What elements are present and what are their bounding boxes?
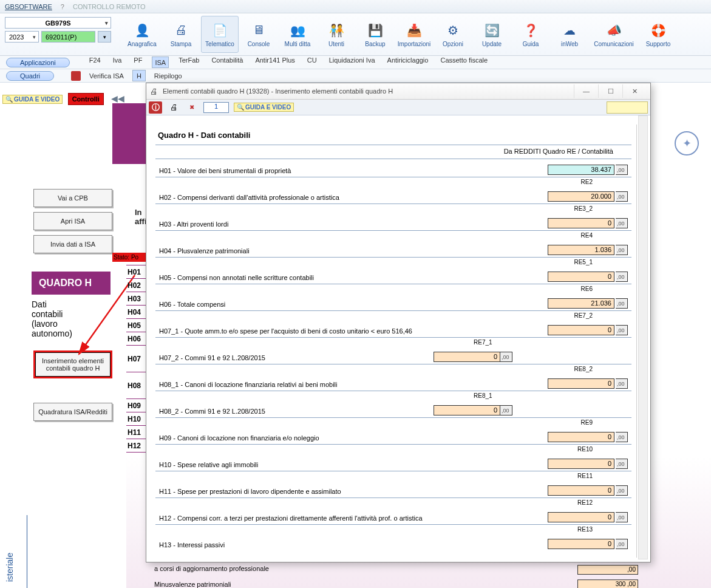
row-ref: RE2 bbox=[581, 179, 593, 185]
ribbon-telematico[interactable]: 📄Telematico bbox=[201, 16, 239, 53]
page-number-input[interactable]: 1 bbox=[203, 102, 229, 113]
ribbon-stampa[interactable]: 🖨Stampa bbox=[162, 16, 200, 53]
row-H13: H13 - Interessi passiviRE130,00 bbox=[155, 524, 631, 551]
ribbon-guida[interactable]: ❓Guida bbox=[512, 16, 549, 53]
help-menu[interactable]: ? bbox=[61, 3, 64, 10]
app-tab-antir141-plus[interactable]: Antir141 Plus bbox=[253, 56, 297, 68]
quadri-pill[interactable]: Quadri bbox=[6, 71, 54, 81]
ribbon-comunicazioni[interactable]: 📣Comunicazioni bbox=[590, 16, 638, 53]
row-subvalue[interactable]: 0 bbox=[434, 352, 500, 362]
row-decimals: ,00 bbox=[616, 459, 628, 469]
delete-button[interactable]: ✖ bbox=[185, 101, 199, 114]
row-ref: RE10 bbox=[577, 446, 593, 453]
app-tab-pf[interactable]: PF bbox=[131, 56, 145, 68]
row-label: H11 - Spese per prestazioni di lavoro di… bbox=[159, 488, 341, 495]
row-decimals: ,00 bbox=[616, 325, 628, 335]
minimize-button[interactable]: — bbox=[574, 84, 598, 98]
company-selector[interactable]: GB979S▾ bbox=[5, 17, 111, 29]
row-H11: H11 - Spese per prestazioni di lavoro di… bbox=[155, 471, 631, 497]
row-decimals: ,00 bbox=[616, 165, 628, 175]
app-tab-cu[interactable]: CU bbox=[305, 56, 319, 68]
state-indicator: Stato: Po bbox=[112, 253, 149, 262]
code-selector[interactable]: 692011(P) bbox=[41, 31, 95, 43]
side-button-invia-dati-a-isa[interactable]: Invia dati a ISA bbox=[33, 235, 112, 253]
form-subtitle-fragment: Inaffi bbox=[135, 208, 147, 226]
row-value[interactable]: 0 bbox=[548, 272, 614, 282]
ribbon-importazioni[interactable]: 📥Importazioni bbox=[395, 16, 433, 53]
ribbon-inweb[interactable]: ☁inWeb bbox=[551, 16, 588, 53]
ribbon-backup[interactable]: 💾Backup bbox=[356, 16, 394, 53]
quadratura-button[interactable]: Quadratura ISA/Redditi bbox=[33, 403, 112, 421]
dialog-title-text: Elementi contabili quadro H (19328) - In… bbox=[163, 87, 393, 95]
row-ref: RE6 bbox=[581, 285, 593, 292]
row-subvalue[interactable]: 0 bbox=[434, 405, 500, 415]
row-decimals: ,00 bbox=[616, 512, 628, 522]
app-tab-f24[interactable]: F24 bbox=[87, 56, 103, 68]
row-H01: H01 - Valore dei beni strumentali di pro… bbox=[155, 159, 631, 177]
nav-back-icon[interactable]: ◀◀ bbox=[111, 94, 124, 103]
row-value[interactable]: 0 bbox=[548, 325, 614, 335]
close-button[interactable]: ✕ bbox=[622, 84, 647, 98]
app-tab-antiriciclaggio[interactable]: Antiriciclaggio bbox=[385, 56, 431, 68]
row-value[interactable]: 0 bbox=[548, 378, 614, 389]
row-value[interactable]: 20.000 bbox=[548, 191, 614, 202]
ribbon-multiditta[interactable]: 👥Multi ditta bbox=[279, 16, 316, 53]
row-value[interactable]: 0 bbox=[548, 512, 614, 522]
code-dropdown-button[interactable]: ▾ bbox=[98, 31, 111, 43]
row-ref: RE11 bbox=[577, 473, 593, 479]
ribbon-update[interactable]: 🔄Update bbox=[473, 16, 511, 53]
dialog-guida-video-button[interactable]: 🔍GUIDA E VIDEO bbox=[234, 103, 294, 112]
app-tab-isa[interactable]: ISA bbox=[152, 56, 169, 68]
row-ref: RE5_1 bbox=[574, 259, 593, 265]
row-value[interactable]: 0 bbox=[548, 459, 614, 469]
row-label: H06 - Totale compensi bbox=[159, 301, 225, 308]
row-value[interactable]: 0 bbox=[548, 539, 614, 549]
controlli-button[interactable]: Controlli bbox=[68, 93, 104, 105]
ribbon-utenti[interactable]: 🧑‍🤝‍🧑Utenti bbox=[318, 16, 355, 53]
ribbon-anagrafica[interactable]: 👤Anagrafica bbox=[123, 16, 161, 53]
ribbon-opzioni[interactable]: ⚙Opzioni bbox=[434, 16, 472, 53]
quadri-tab-riepilogo[interactable]: Riepilogo bbox=[151, 72, 186, 80]
quadri-tab-verifica-isa[interactable]: Verifica ISA bbox=[86, 72, 128, 80]
row-label: H01 - Valore dei beni strumentali di pro… bbox=[159, 167, 291, 174]
applications-pill[interactable]: Applicazioni bbox=[6, 58, 70, 67]
app-tab-terfab[interactable]: TerFab bbox=[176, 56, 202, 68]
row-H08_1: H08_1 - Canoni di locazione finanziaria … bbox=[155, 364, 631, 391]
vertical-label: isteriale bbox=[5, 553, 15, 582]
row-value[interactable]: 0 bbox=[548, 218, 614, 228]
quadri-tab-h[interactable]: H bbox=[132, 70, 146, 81]
row-value[interactable]: 0 bbox=[548, 485, 614, 496]
row-label: H10 - Spese relative agli immobili bbox=[159, 461, 258, 468]
ribbon-console[interactable]: 🖥Console bbox=[240, 16, 277, 53]
side-button-vai-a-cpb[interactable]: Vai a CPB bbox=[33, 189, 112, 207]
remote-control-menu[interactable]: CONTROLLO REMOTO bbox=[73, 3, 146, 10]
inserimento-elementi-button[interactable]: Inserimento elementi contabili quadro H bbox=[33, 350, 112, 378]
brand-link[interactable]: GBSOFTWARE bbox=[5, 3, 52, 10]
app-tab-iva[interactable]: Iva bbox=[111, 56, 124, 68]
year-selector[interactable]: 2023▾ bbox=[5, 31, 39, 43]
row-ref: RE7_2 bbox=[574, 312, 593, 319]
app-tab-contabilità[interactable]: Contabilità bbox=[209, 56, 245, 68]
pdf-icon[interactable] bbox=[71, 71, 81, 81]
ribbon-supporto[interactable]: 🛟Supporto bbox=[639, 16, 677, 53]
row-value[interactable]: 21.036 bbox=[548, 298, 614, 309]
bg-h17-text: a corsi di aggiornamento professionale bbox=[154, 565, 269, 572]
dialog-scrollbar[interactable] bbox=[638, 115, 648, 559]
row-H06: H06 - Totale compensiRE621.036,00 bbox=[155, 284, 631, 310]
row-decimals: ,00 bbox=[616, 432, 628, 442]
guida-video-button[interactable]: 🔍GUIDA E VIDEO bbox=[2, 95, 63, 104]
maximize-button[interactable]: ☐ bbox=[598, 84, 622, 98]
row-label: H07_2 - Commi 91 e 92 L.208/2015 bbox=[159, 354, 265, 361]
row-value[interactable]: 1.036 bbox=[548, 245, 614, 255]
app-tab-cassetto-fiscale[interactable]: Cassetto fiscale bbox=[438, 56, 490, 68]
row-label: H05 - Compensi non annotati nelle scritt… bbox=[159, 274, 314, 281]
print-button[interactable]: 🖨 bbox=[167, 101, 180, 114]
side-button-apri-isa[interactable]: Apri ISA bbox=[33, 212, 112, 230]
row-value[interactable]: 0 bbox=[548, 432, 614, 442]
row-H09: H09 - Canoni di locazione non finanziari… bbox=[155, 417, 631, 444]
app-tab-liquidazioni-iva[interactable]: Liquidazioni Iva bbox=[327, 56, 378, 68]
row-ref: RE13 bbox=[577, 526, 593, 533]
row-value[interactable]: 38.437 bbox=[548, 165, 614, 175]
row-H08_2: H08_2 - Commi 91 e 92 L.208/2015RE8_10,0… bbox=[155, 391, 631, 417]
info-button[interactable]: ⓘ bbox=[149, 101, 162, 114]
